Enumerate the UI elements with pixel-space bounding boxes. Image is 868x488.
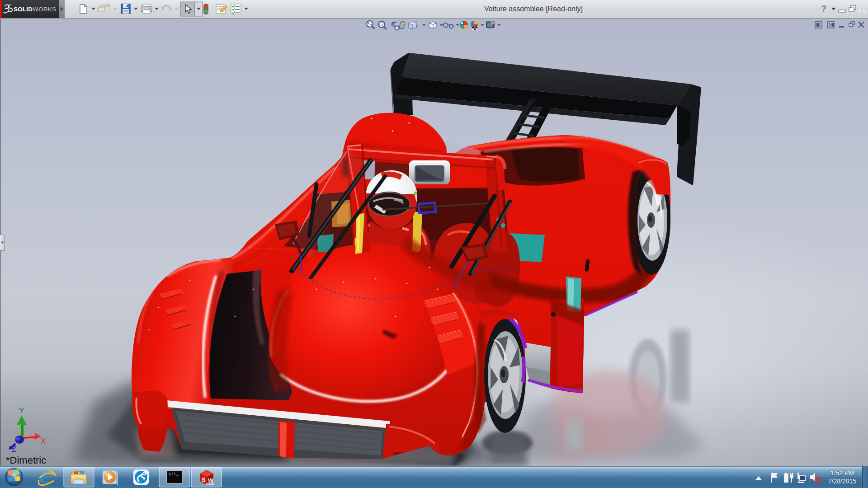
svg-text:S: S [202,476,206,483]
svg-text:?: ? [821,4,826,14]
svg-text:Z: Z [12,446,16,453]
svg-text:C:\_: C:\_ [169,472,179,477]
svg-text:X: X [41,437,46,446]
svg-text:2015: 2015 [206,482,214,486]
